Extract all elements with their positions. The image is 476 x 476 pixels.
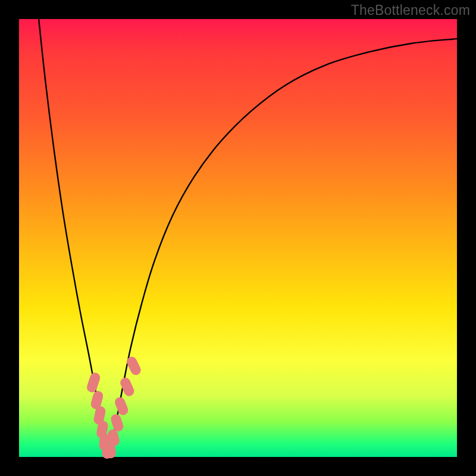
- beads-left-bead: [86, 371, 102, 393]
- chart-svg: [19, 19, 457, 457]
- beads-right-bead: [125, 355, 142, 377]
- plot-area: [19, 19, 457, 457]
- chart-frame: TheBottleneck.com: [0, 0, 476, 476]
- bottleneck-curve-path: [39, 19, 457, 457]
- beads-right-bead: [114, 396, 130, 416]
- marker-layer: [86, 355, 143, 459]
- watermark-text: TheBottleneck.com: [351, 2, 470, 18]
- curve-layer: [39, 19, 457, 457]
